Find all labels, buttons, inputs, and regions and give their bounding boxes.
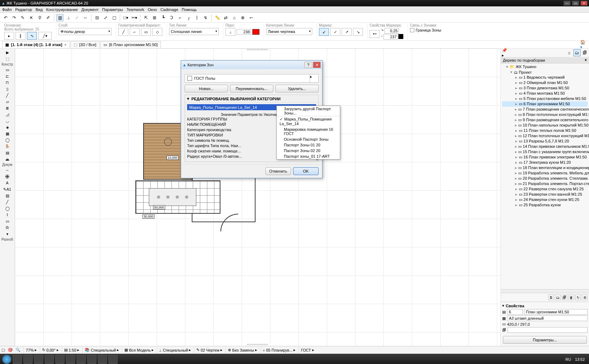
line-style-btn[interactable]: ╱▾	[38, 32, 52, 40]
menu-view[interactable]: Вид	[35, 7, 43, 12]
marker-btn[interactable]: ↗	[342, 28, 352, 36]
text-tool[interactable]: A	[4, 180, 11, 186]
tree-item[interactable]: ▸▭ 24 Развертки стен кухни М1:25	[502, 197, 588, 202]
tool-icon[interactable]: ⌐	[176, 14, 184, 21]
redo-btn[interactable]: ↷	[11, 14, 18, 21]
taskbar-app[interactable]	[55, 355, 64, 364]
menu-cadimage[interactable]: Cadimage	[161, 7, 178, 12]
sb-zoom[interactable]: 77%	[26, 348, 34, 352]
roof-tool[interactable]: ◿	[4, 111, 11, 118]
taskbar-app[interactable]	[13, 355, 22, 364]
edit-section-header[interactable]: ▾РЕДАКТИРОВАНИЕ ВЫБРАННОЙ КАТЕГОРИИ	[185, 95, 318, 103]
start-button[interactable]	[2, 355, 11, 364]
handle-bottom[interactable]	[247, 344, 268, 345]
menu-design[interactable]: Конструирование	[46, 7, 78, 12]
popup-item[interactable]: Паспорт Зоны 01 20	[277, 142, 340, 148]
dialog-help-btn[interactable]: ?	[304, 62, 312, 68]
rename-btn[interactable]: Переименовать...	[230, 85, 273, 93]
tree-item[interactable]: ▸▭ 1 Ведомость чертежей	[502, 75, 588, 80]
cancel-btn[interactable]: Отменить	[265, 167, 291, 175]
sb-icon[interactable]: 🔍	[16, 348, 21, 352]
tab-close-icon[interactable]: ×	[64, 43, 67, 47]
nav-mode-btn[interactable]: ⌂	[566, 49, 573, 56]
prop-master[interactable]: А3 штамп длинный	[507, 315, 588, 321]
tool-icon[interactable]: ↯	[202, 14, 209, 21]
geom-btn[interactable]: ⌐	[130, 28, 140, 36]
snap-btn[interactable]: ⟂	[65, 14, 72, 21]
prop-extra[interactable]	[507, 327, 588, 333]
marker-v1[interactable]: 0,25	[385, 28, 399, 34]
menu-teamwork[interactable]: Teamwork	[127, 7, 144, 12]
tool-icon[interactable]: ✎	[19, 14, 26, 21]
tool-icon[interactable]: ┗	[159, 14, 167, 21]
arc-tool[interactable]: ◯	[4, 205, 11, 212]
prop-id[interactable]: 6	[507, 309, 523, 315]
popup-item[interactable]: Основной Паспорт Зоны	[277, 136, 340, 142]
icon-btn[interactable]: 🗂	[555, 295, 561, 300]
tree-item[interactable]: ▸▭ 23 Развертки стен ванной М1:25	[502, 192, 588, 197]
sb-plan[interactable]: 05 Планирув...	[266, 348, 292, 352]
column-tool[interactable]: ▯	[4, 86, 11, 92]
pen-number[interactable]: 238	[237, 29, 251, 35]
fill-tool[interactable]: ▨	[4, 192, 11, 199]
curve-btn[interactable]: ∿	[27, 32, 37, 40]
taskbar-app[interactable]	[98, 355, 107, 364]
tool-icon[interactable]: ⤢	[102, 14, 109, 21]
view-settings-dd[interactable]: 🏠▾	[580, 41, 587, 48]
tree-item[interactable]: ▸▭ 22 Развертки стен санузла М1:25	[502, 186, 588, 192]
popup-item[interactable]: Паспорт Зоны 02 20	[277, 148, 340, 153]
nav-pin[interactable]: 📌▸	[501, 49, 509, 56]
slab-tool[interactable]: ▱	[4, 99, 11, 105]
pen-color[interactable]	[252, 29, 259, 35]
icon-btn[interactable]: ⚙	[582, 295, 588, 300]
curtain-tool[interactable]: ▦	[4, 130, 11, 137]
tool-icon[interactable]: ┌	[185, 14, 192, 21]
popup-item[interactable]: Маркировка помещения 16 ГОСТ	[277, 127, 340, 136]
tree-item[interactable]: ▸▭ 17 Электрика кухни М1:20	[502, 160, 588, 165]
window-tool[interactable]: ⊓	[4, 79, 11, 86]
zone-checkbox[interactable]	[410, 28, 414, 32]
marker-v2[interactable]: 237	[383, 34, 398, 40]
sb-sp2[interactable]: Специальный	[163, 348, 188, 352]
icon-btn[interactable]: 🗐	[562, 295, 567, 300]
drawing-tool[interactable]: ▭	[4, 218, 11, 224]
linetype-select[interactable]: Сплошная линия	[169, 28, 219, 35]
tool-icon[interactable]: ⊕	[239, 14, 246, 21]
layer-select[interactable]: 👁 полы декор	[58, 28, 112, 35]
tree-item[interactable]: ▸▭ 4 План монтажа М1:50	[502, 91, 588, 96]
marquee-tool[interactable]: ⬚	[4, 56, 11, 62]
tool-icon[interactable]: ▢	[111, 14, 118, 21]
tree-item[interactable]: ▸▭ 2 Обмерный план М1:50	[502, 80, 588, 85]
tree-item[interactable]: ▸▭ 9 План размещения осветительного обор…	[502, 117, 588, 123]
taskbar-app[interactable]	[45, 355, 54, 364]
nav-mode-btn[interactable]: 🗐	[581, 49, 588, 56]
measure-icon[interactable]: 📏	[214, 14, 221, 21]
tool-icon[interactable]: ⦚	[193, 14, 201, 21]
link-icon[interactable]: ⇄	[222, 14, 229, 21]
tree-item[interactable]: ▸▭ 11 План теплых полов М1:50	[502, 128, 588, 133]
tab-3d[interactable]: ⬚ [3D / Все]	[71, 41, 100, 48]
dialog-close-btn[interactable]: ✕	[313, 62, 321, 68]
taskbar-app[interactable]	[34, 355, 43, 364]
popup-item[interactable]: Марка_Полы_Помещения La_Ser_14	[277, 116, 340, 127]
taskbar-app[interactable]	[87, 355, 96, 364]
icon-btn[interactable]: ↻	[575, 295, 581, 300]
tree-item[interactable]: ▸▭ 7 План размещение сантехнического обо…	[502, 107, 588, 112]
tool-icon[interactable]: ⚲	[36, 14, 43, 21]
ok-btn[interactable]: OK	[293, 167, 319, 175]
menu-file[interactable]: Файл	[2, 7, 12, 12]
tab-floorplan[interactable]: ▦ [1. 1-й этаж (4) [1. 1-й этаж]×	[2, 41, 70, 48]
icon-btn[interactable]: 🗑	[568, 295, 574, 300]
tool-icon[interactable]: ⊟	[94, 14, 101, 21]
tree-item[interactable]: ▸▭ 19 Разработка элемента. Мебель для TV…	[502, 170, 588, 176]
menu-window[interactable]: Окно	[148, 7, 157, 12]
tool-icon[interactable]: ⊞	[151, 14, 158, 21]
snap-btn[interactable]: ⟋	[73, 14, 80, 21]
minimize-btn[interactable]: —	[563, 1, 571, 6]
sb-ratio[interactable]: 1:50	[69, 348, 76, 352]
tool-icon[interactable]: Ͻ	[168, 14, 175, 21]
menu-help[interactable]: Помощь	[182, 7, 197, 12]
sb-rep[interactable]: Без Замены	[232, 348, 254, 352]
sb-model[interactable]: Вся Модель	[129, 348, 151, 352]
dim-tool[interactable]: ↔	[4, 167, 11, 173]
